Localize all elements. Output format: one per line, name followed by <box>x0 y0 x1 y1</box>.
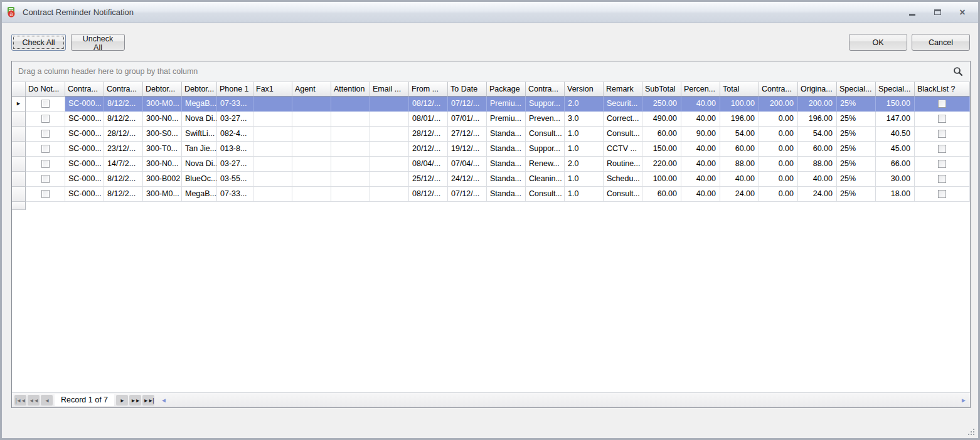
cell-from-date[interactable]: 08/12/... <box>409 97 448 112</box>
cell-total[interactable]: 196.00 <box>720 112 759 127</box>
resize-grip[interactable] <box>967 427 974 435</box>
cell-to-date[interactable]: 19/12/... <box>448 142 487 157</box>
cell-from-date[interactable]: 08/01/... <box>409 112 448 127</box>
row-indicator[interactable] <box>12 187 26 202</box>
blacklist-checkbox[interactable] <box>938 160 946 168</box>
column-header-debtor-code[interactable]: Debtor... <box>143 81 182 97</box>
cell-percentage[interactable]: 40.00 <box>681 172 720 187</box>
cell-contract-type[interactable]: Suppor... <box>526 142 565 157</box>
cell-debtor-name[interactable]: Nova Di... <box>182 157 217 172</box>
blacklist-checkbox[interactable] <box>938 130 946 138</box>
cell-original[interactable]: 24.00 <box>798 187 837 202</box>
table-row[interactable]: SC-000...8/12/2...300-N0...Nova Di...03-… <box>12 112 970 127</box>
cell-subtotal[interactable]: 150.00 <box>642 142 681 157</box>
cell-total[interactable]: 54.00 <box>720 127 759 142</box>
minimize-icon[interactable] <box>907 8 918 18</box>
cell-fax1[interactable] <box>253 127 292 142</box>
cell-percentage[interactable]: 40.00 <box>681 97 720 112</box>
cell-percentage[interactable]: 90.00 <box>681 127 720 142</box>
cell-debtor-code[interactable]: 300-T0... <box>143 142 182 157</box>
table-row[interactable]: SC-000...28/12/...300-S0...SwiftLi...082… <box>12 127 970 142</box>
cell-contract-no[interactable]: SC-000... <box>65 142 104 157</box>
do-not-checkbox[interactable] <box>41 175 50 183</box>
column-header-blacklist[interactable]: BlackList ? <box>915 81 970 97</box>
cell-debtor-name[interactable]: MegaB... <box>182 187 217 202</box>
cell-percentage[interactable]: 40.00 <box>681 142 720 157</box>
cell-fax1[interactable] <box>253 97 292 112</box>
cell-total[interactable]: 60.00 <box>720 142 759 157</box>
cell-contract-amt[interactable]: 0.00 <box>759 172 798 187</box>
cell-debtor-code[interactable]: 300-N0... <box>143 112 182 127</box>
first-record-button[interactable]: |◄◄ <box>14 395 26 406</box>
cell-email[interactable] <box>370 172 409 187</box>
cell-original[interactable]: 88.00 <box>798 157 837 172</box>
blacklist-checkbox[interactable] <box>938 115 946 123</box>
column-header-do-not[interactable]: Do Not... <box>26 81 65 97</box>
column-header-contract-no[interactable]: Contra... <box>65 81 104 97</box>
cell-original[interactable]: 200.00 <box>798 97 837 112</box>
cell-original[interactable]: 60.00 <box>798 142 837 157</box>
cell-agent[interactable] <box>292 112 331 127</box>
table-row[interactable]: SC-000...8/12/2...300-B002BlueOc...03-55… <box>12 172 970 187</box>
cell-to-date[interactable]: 07/01/... <box>448 112 487 127</box>
blacklist-checkbox[interactable] <box>938 175 946 183</box>
column-header-total[interactable]: Total <box>720 81 759 97</box>
next-record-button[interactable]: ► <box>116 395 128 406</box>
cell-version[interactable]: 1.0 <box>565 172 604 187</box>
row-indicator[interactable] <box>12 172 26 187</box>
cell-percentage[interactable]: 40.00 <box>681 157 720 172</box>
cell-subtotal[interactable]: 220.00 <box>642 157 681 172</box>
cell-percentage[interactable]: 40.00 <box>681 187 720 202</box>
cell-package[interactable]: Standa... <box>487 157 526 172</box>
cell-remark[interactable]: Consult... <box>604 127 642 142</box>
cell-contract-no[interactable]: SC-000... <box>65 187 104 202</box>
cell-debtor-code[interactable]: 300-B002 <box>143 172 182 187</box>
cell-contract-no[interactable]: SC-000... <box>65 97 104 112</box>
cancel-button[interactable]: Cancel <box>912 34 970 51</box>
cell-agent[interactable] <box>292 142 331 157</box>
cell-fax1[interactable] <box>253 172 292 187</box>
cell-remark[interactable]: CCTV ... <box>604 142 642 157</box>
cell-percentage[interactable]: 40.00 <box>681 112 720 127</box>
cell-debtor-name[interactable]: MegaB... <box>182 97 217 112</box>
table-row[interactable]: SC-000...23/12/...300-T0...Tan Jie...013… <box>12 142 970 157</box>
cell-phone1[interactable]: 07-33... <box>217 97 253 112</box>
cell-debtor-name[interactable]: Nova Di... <box>182 112 217 127</box>
do-not-checkbox[interactable] <box>41 130 50 138</box>
cell-special-amt[interactable]: 147.00 <box>876 112 915 127</box>
search-icon[interactable] <box>952 66 964 77</box>
cell-contract-amt[interactable]: 0.00 <box>759 187 798 202</box>
cell-contract-type[interactable]: Consult... <box>526 187 565 202</box>
cell-from-date[interactable]: 08/12/... <box>409 187 448 202</box>
cell-original[interactable]: 40.00 <box>798 172 837 187</box>
cell-total[interactable]: 88.00 <box>720 157 759 172</box>
scroll-right-icon[interactable]: ► <box>959 395 969 406</box>
close-icon[interactable]: × <box>957 8 968 18</box>
cell-contract-date[interactable]: 8/12/2... <box>104 97 143 112</box>
cell-agent[interactable] <box>292 187 331 202</box>
cell-special-amt[interactable]: 66.00 <box>876 157 915 172</box>
cell-fax1[interactable] <box>253 112 292 127</box>
column-header-from-date[interactable]: From ... <box>409 81 448 97</box>
cell-phone1[interactable]: 07-33... <box>217 187 253 202</box>
cell-package[interactable]: Premiu... <box>487 97 526 112</box>
cell-special-pct[interactable]: 25% <box>837 97 876 112</box>
ok-button[interactable]: OK <box>849 34 907 51</box>
blacklist-checkbox[interactable] <box>938 100 946 108</box>
cell-total[interactable]: 100.00 <box>720 97 759 112</box>
cell-email[interactable] <box>370 112 409 127</box>
cell-package[interactable]: Standa... <box>487 187 526 202</box>
row-indicator[interactable] <box>12 127 26 142</box>
cell-special-pct[interactable]: 25% <box>837 127 876 142</box>
cell-package[interactable]: Premiu... <box>487 112 526 127</box>
column-header-package[interactable]: Package <box>487 81 526 97</box>
cell-contract-date[interactable]: 23/12/... <box>104 142 143 157</box>
cell-debtor-code[interactable]: 300-M0... <box>143 97 182 112</box>
cell-agent[interactable] <box>292 127 331 142</box>
last-record-button[interactable]: ►►| <box>142 395 154 406</box>
scrollbar-track[interactable] <box>169 395 959 406</box>
cell-package[interactable]: Standa... <box>487 142 526 157</box>
cell-special-amt[interactable]: 45.00 <box>876 142 915 157</box>
cell-to-date[interactable]: 07/12/... <box>448 187 487 202</box>
column-header-fax1[interactable]: Fax1 <box>253 81 292 97</box>
